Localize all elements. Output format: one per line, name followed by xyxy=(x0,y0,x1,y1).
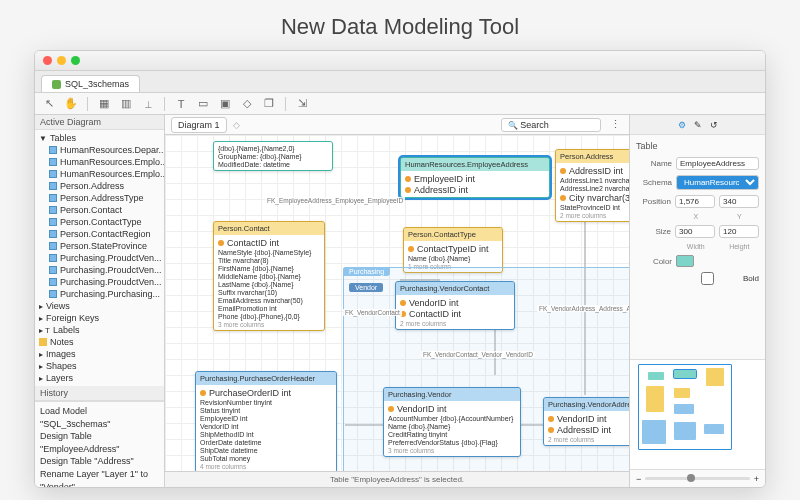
file-tab-label: SQL_3schemas xyxy=(65,79,129,89)
tree-fks[interactable]: ▸ Foreign Keys xyxy=(35,312,164,324)
close-icon[interactable] xyxy=(43,56,52,65)
pointer-icon[interactable]: ↖ xyxy=(41,96,57,112)
sidebar: Active Diagram ▼ Tables HumanResources.D… xyxy=(35,115,165,487)
status-bar: Table "EmployeeAddress" is selected. xyxy=(165,471,629,487)
database-icon xyxy=(52,80,61,89)
inspector-tabs: ⚙ ✎ ↺ xyxy=(630,115,765,135)
zoom-icon[interactable] xyxy=(71,56,80,65)
tree-table-item[interactable]: Person.AddressType xyxy=(35,192,164,204)
name-field[interactable] xyxy=(676,157,759,170)
tree-table-item[interactable]: HumanResources.Emplo... xyxy=(35,156,164,168)
history-icon[interactable]: ↺ xyxy=(710,120,718,130)
gear-icon[interactable]: ⚙ xyxy=(678,120,686,130)
entity[interactable]: {dbo}.{Name},{Name2,0}GroupName: {dbo}.{… xyxy=(213,141,333,171)
tree-table-item[interactable]: Person.ContactRegion xyxy=(35,228,164,240)
tree-table-item[interactable]: HumanResources.Emplo... xyxy=(35,168,164,180)
minimize-icon[interactable] xyxy=(57,56,66,65)
pos-y-field[interactable] xyxy=(719,195,759,208)
tree-table-item[interactable]: Person.Contact xyxy=(35,204,164,216)
file-tabbar: SQL_3schemas xyxy=(35,71,765,93)
width-field[interactable] xyxy=(675,225,715,238)
canvas-toolbar: Diagram 1 ◇ 🔍 Search ⋮ xyxy=(165,115,629,135)
fk-label: FK_VendorContact xyxy=(343,309,402,316)
fk-label: FK_VendorAddress_Address_AddressID xyxy=(537,305,629,312)
entity-address[interactable]: Person.Address AddressID intAddressLine1… xyxy=(555,149,629,222)
minimap[interactable] xyxy=(630,359,765,469)
group-label: Purchasing xyxy=(343,267,390,276)
tree-table-item[interactable]: Purchasing.ProudctVen... xyxy=(35,252,164,264)
entity-contact[interactable]: Person.Contact ContactID intNameStyle {d… xyxy=(213,221,325,331)
canvas[interactable]: {dbo}.{Name},{Name2,0}GroupName: {dbo}.{… xyxy=(165,135,629,471)
zoom-out-icon[interactable]: − xyxy=(636,474,641,484)
tree-table-item[interactable]: HumanResources.Depar... xyxy=(35,144,164,156)
entity-vendor[interactable]: Purchasing.Vendor VendorID intAccountNum… xyxy=(383,387,521,457)
history-list[interactable]: Load Model "SQL_3schemas" Design Table "… xyxy=(35,401,164,487)
tree-images[interactable]: ▸ Images xyxy=(35,348,164,360)
tree[interactable]: ▼ Tables HumanResources.Depar... HumanRe… xyxy=(35,130,164,386)
bold-checkbox[interactable] xyxy=(676,272,739,285)
history-header: History xyxy=(35,386,164,401)
vendor-tag[interactable]: Vendor xyxy=(349,283,383,292)
tree-table-item[interactable]: Purchasing.Purchasing... xyxy=(35,288,164,300)
entity-vendor-contact[interactable]: Purchasing.VendorContact VendorID intCon… xyxy=(395,281,515,330)
key-icon xyxy=(405,176,411,182)
text-icon[interactable]: T xyxy=(173,96,189,112)
image-icon[interactable]: ▣ xyxy=(217,96,233,112)
fk-label: FK_EmployeeAddress_Employee_EmployeeID xyxy=(265,197,405,204)
schema-select[interactable]: HumanResources xyxy=(676,175,759,190)
filter-icon[interactable]: ⋮ xyxy=(607,117,623,133)
zoom-in-icon[interactable]: + xyxy=(754,474,759,484)
active-diagram-header: Active Diagram xyxy=(35,115,164,130)
tree-table-item[interactable]: Person.StateProvince xyxy=(35,240,164,252)
new-table-icon[interactable]: ▦ xyxy=(96,96,112,112)
entity-vendor-address[interactable]: Purchasing.VendorAddress VendorID intAdd… xyxy=(543,397,629,446)
toolbar: ↖ ✋ ▦ ▥ ⟂ T ▭ ▣ ◇ ❐ ⇲ xyxy=(35,93,765,115)
zoom-control[interactable]: − + xyxy=(630,469,765,487)
file-tab[interactable]: SQL_3schemas xyxy=(41,75,140,92)
inspector-title: Table xyxy=(636,141,759,151)
inspector: ⚙ ✎ ↺ Table Name SchemaHumanResources Po… xyxy=(629,115,765,487)
diagram-tab[interactable]: Diagram 1 xyxy=(171,117,227,133)
tree-views[interactable]: ▸ Views xyxy=(35,300,164,312)
new-view-icon[interactable]: ▥ xyxy=(118,96,134,112)
tree-shapes[interactable]: ▸ Shapes xyxy=(35,360,164,372)
shape-icon[interactable]: ◇ xyxy=(239,96,255,112)
note-icon xyxy=(39,338,47,346)
tree-table-item[interactable]: Person.Address xyxy=(35,180,164,192)
layer-icon[interactable]: ❐ xyxy=(261,96,277,112)
entity-po-header[interactable]: Purchasing.PurchaseOrderHeader PurchaseO… xyxy=(195,371,337,471)
tree-table-item[interactable]: Purchasing.ProudctVen... xyxy=(35,264,164,276)
tree-table-item[interactable]: Purchasing.ProudctVen... xyxy=(35,276,164,288)
brush-icon[interactable]: ✎ xyxy=(694,120,702,130)
fk-label: FK_VendorContact_Vendor_VendorID xyxy=(421,351,535,358)
table-icon xyxy=(49,146,57,154)
relation-icon[interactable]: ⟂ xyxy=(140,96,156,112)
page-title: New Data Modeling Tool xyxy=(0,0,800,50)
color-swatch[interactable] xyxy=(676,255,694,267)
note-icon[interactable]: ▭ xyxy=(195,96,211,112)
search-input[interactable]: 🔍 Search xyxy=(501,118,601,132)
pos-x-field[interactable] xyxy=(675,195,715,208)
entity-employee-address[interactable]: HumanResources.EmployeeAddress EmployeeI… xyxy=(400,157,550,198)
tree-notes[interactable]: Notes xyxy=(35,336,164,348)
titlebar xyxy=(35,51,765,71)
tree-table-item[interactable]: Person.ContactType xyxy=(35,216,164,228)
tree-labels[interactable]: ▸ T Labels xyxy=(35,324,164,336)
app-window: SQL_3schemas ↖ ✋ ▦ ▥ ⟂ T ▭ ▣ ◇ ❐ ⇲ Activ… xyxy=(34,50,766,488)
export-icon[interactable]: ⇲ xyxy=(294,96,310,112)
tree-layers[interactable]: ▸ Layers xyxy=(35,372,164,384)
hand-icon[interactable]: ✋ xyxy=(63,96,79,112)
canvas-area: Diagram 1 ◇ 🔍 Search ⋮ {dbo}.{Name},{Nam… xyxy=(165,115,629,487)
height-field[interactable] xyxy=(719,225,759,238)
tree-tables[interactable]: ▼ Tables xyxy=(35,132,164,144)
